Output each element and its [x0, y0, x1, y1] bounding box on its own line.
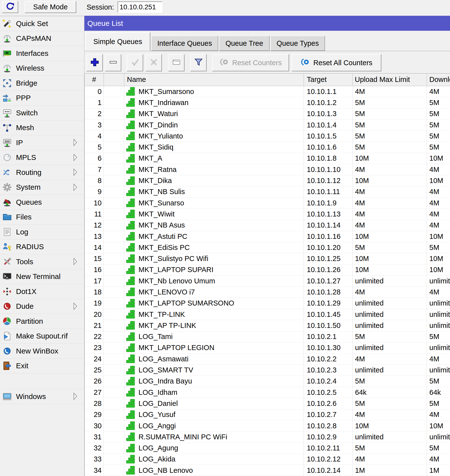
tab-interface-queues[interactable]: Interface Queues [151, 36, 218, 51]
queue-row[interactable]: 33LOG_Akida10.10.2.124M4M [85, 454, 450, 465]
queue-upload-limit: 10M [353, 153, 427, 164]
sidebar-item-quick-set[interactable]: Quick Set [0, 16, 84, 31]
sidebar-item-routing[interactable]: Routing [0, 165, 84, 180]
add-button[interactable] [86, 54, 103, 71]
sidebar-item-mesh[interactable]: Mesh [0, 121, 84, 136]
column-header-flags[interactable] [104, 74, 124, 86]
queue-name: MKT_LENOVO i7 [139, 287, 195, 298]
queue-row[interactable]: 2MKT_Waturi10.10.1.35M5M [85, 108, 450, 120]
table-body: 0MKT_Sumarsono10.10.1.14M4M1MKT_Indriawa… [85, 86, 450, 476]
queue-row[interactable]: 8MKT_Dika10.10.1.1210M10M [85, 175, 450, 186]
sidebar-item-windows[interactable]: Windows [0, 389, 84, 404]
enable-button[interactable] [127, 54, 143, 71]
row-number: 11 [85, 209, 104, 220]
queue-row[interactable]: 20MKT_TP-LINK10.10.1.45unlimitedunlimite… [85, 309, 450, 320]
queue-row[interactable]: 1MKT_Indriawan10.10.1.25M5M [85, 97, 450, 108]
queue-row[interactable]: 0MKT_Sumarsono10.10.1.14M4M [85, 86, 450, 97]
safe-mode-button[interactable]: Safe Mode [25, 1, 76, 13]
sidebar-item-tools[interactable]: Tools [0, 254, 84, 269]
queue-download-limit: 5M [427, 120, 450, 131]
disable-button[interactable] [145, 54, 162, 71]
queue-row[interactable]: 7MKT_Ratna10.10.1.104M4M [85, 164, 450, 175]
session-input[interactable]: 10.10.0.251 [118, 1, 162, 13]
queue-row[interactable]: 30LOG_Anggi10.10.2.810M10M [85, 420, 450, 431]
column-header-upload-max-limit[interactable]: Upload Max Limit [353, 74, 427, 86]
queue-row[interactable]: 23MKT_LAPTOP LEGION10.10.1.30unlimitedun… [85, 342, 450, 353]
queue-row[interactable]: 6MKT_A10.10.1.810M10M [85, 153, 450, 164]
sidebar-item-partition[interactable]: Partition [0, 314, 84, 329]
column-header-name[interactable]: Name [124, 74, 304, 86]
tab-queue-tree[interactable]: Queue Tree [219, 36, 270, 51]
sidebar-item-new-winbox[interactable]: New WinBox [0, 344, 84, 359]
queue-row[interactable]: 10MKT_Sunarso10.10.1.94M4M [85, 198, 450, 209]
row-number: 1 [85, 97, 104, 108]
simple-queue-icon [126, 243, 136, 252]
sidebar-item-ip[interactable]: 255IP [0, 135, 84, 150]
queue-row[interactable]: 25LOG_SMART TV10.10.2.3unlimitedunlimite… [85, 365, 450, 376]
comment-button[interactable] [168, 54, 185, 71]
queue-name-cell: LOG_Asmawati [124, 353, 304, 365]
row-flags [104, 120, 124, 131]
sidebar-item-bridge[interactable]: Bridge [0, 76, 84, 91]
sidebar-item-queues[interactable]: Queues [0, 195, 84, 210]
sidebar-item-radius[interactable]: RADIUS [0, 240, 84, 255]
sidebar-item-label: Routing [16, 168, 41, 177]
queue-name: MKT_LAPTOP LEGION [139, 342, 214, 353]
queue-download-limit: 10M [427, 153, 450, 164]
queue-upload-limit: 64k [353, 387, 427, 398]
tab-queue-types[interactable]: Queue Types [270, 36, 325, 51]
queue-row[interactable]: 22LOG_Tami10.10.2.15M5M [85, 331, 450, 342]
queue-name-cell: MKT_A [124, 153, 304, 164]
tab-simple-queues[interactable]: Simple Queues [85, 32, 150, 51]
filter-button[interactable] [190, 54, 207, 71]
sidebar-item-dude[interactable]: Dude [0, 299, 84, 314]
remove-button[interactable] [105, 54, 121, 71]
sidebar-item-files[interactable]: Files [0, 210, 84, 225]
queue-row[interactable]: 26LOG_Indra Bayu10.10.2.45M5M [85, 376, 450, 387]
sidebar-item-new-terminal[interactable]: New Terminal [0, 269, 84, 284]
sidebar-item-system[interactable]: System [0, 180, 84, 195]
queue-row[interactable]: 14MKT_EdiSis PC10.10.1.205M5M [85, 242, 450, 253]
reload-session-button[interactable] [2, 1, 18, 13]
sidebar-item-mpls[interactable]: MPLS [0, 150, 84, 165]
sidebar-item-wireless[interactable]: Wireless [0, 61, 84, 76]
queue-row[interactable]: 34LOG_NB Lenovo10.10.2.141M1M [85, 465, 450, 476]
sidebar-item-exit[interactable]: Exit [0, 359, 84, 374]
sidebar-item-capsman[interactable]: CAPsMAN [0, 31, 84, 46]
queue-row[interactable]: 18MKT_LENOVO i710.10.1.284M4M [85, 287, 450, 298]
queue-row[interactable]: 11MKT_Wiwit10.10.1.134M4M [85, 209, 450, 220]
queue-row[interactable]: 9MKT_NB Sulis10.10.1.114M4M [85, 186, 450, 198]
sidebar-item-log[interactable]: Log [0, 225, 84, 240]
system-icon [2, 182, 12, 192]
queue-row[interactable]: 17MKT_Nb Lenovo Umum10.10.1.27unlimitedu… [85, 276, 450, 287]
queue-row[interactable]: 13MKT_Astuti PC10.10.1.1610M10M [85, 231, 450, 242]
sidebar-item-make-supout-rif[interactable]: Make Supout.rif [0, 329, 84, 344]
sidebar-item-switch[interactable]: Switch [0, 106, 84, 121]
queue-row[interactable]: 4MKT_Yulianto10.10.1.55M5M [85, 131, 450, 142]
queue-row[interactable]: 19MKT_LAPTOP SUMARSONO10.10.1.29unlimite… [85, 298, 450, 309]
column-header-download-max-limit[interactable]: Download Max Limit [427, 74, 450, 86]
simple-queue-icon [126, 142, 136, 152]
queue-row[interactable]: 24LOG_Asmawati10.10.2.24M4M [85, 353, 450, 365]
queue-row[interactable]: 21MKT_AP TP-LINK10.10.1.50unlimitedunlim… [85, 320, 450, 331]
queue-row[interactable]: 28LOG_Daniel10.10.2.65M5M [85, 398, 450, 409]
column-header-target[interactable]: Target [304, 74, 353, 86]
queue-row[interactable]: 27LOG_Idham10.10.2.564k64k [85, 387, 450, 398]
queue-row[interactable]: 3MKT_Dindin10.10.1.45M5M [85, 120, 450, 131]
queue-row[interactable]: 31R.SUMATRA_MINI PC WiFi10.10.2.9unlimit… [85, 431, 450, 443]
sidebar-item-dot1x[interactable]: Dot1X [0, 284, 84, 299]
reset-all-counters-button[interactable]: Reset All Counters [292, 54, 381, 71]
column-header-flags[interactable]: # [85, 74, 104, 86]
queue-row[interactable]: 29LOG_Yusuf10.10.2.74M4M [85, 409, 450, 420]
queue-row[interactable]: 15MKT_Sulistyo PC Wifi10.10.1.2510M10M [85, 253, 450, 264]
queue-row[interactable]: 16MKT_LAPTOP SUPARI10.10.1.2610M10M [85, 264, 450, 276]
sidebar-item-ppp[interactable]: PPP [0, 91, 84, 106]
queue-row[interactable]: 32LOG_Agung10.10.2.115M5M [85, 443, 450, 454]
queue-row[interactable]: 12MKT_NB Asus10.10.1.144M4M [85, 220, 450, 231]
row-flags [104, 231, 124, 242]
queue-name-cell: LOG_Indra Bayu [124, 376, 304, 387]
queue-row[interactable]: 5MKT_Sidiq10.10.1.65M5M [85, 142, 450, 153]
queue-download-limit: 5M [427, 376, 450, 387]
sidebar-item-interfaces[interactable]: Interfaces [0, 46, 84, 61]
reset-counters-button[interactable]: Reset Counters [212, 54, 289, 71]
